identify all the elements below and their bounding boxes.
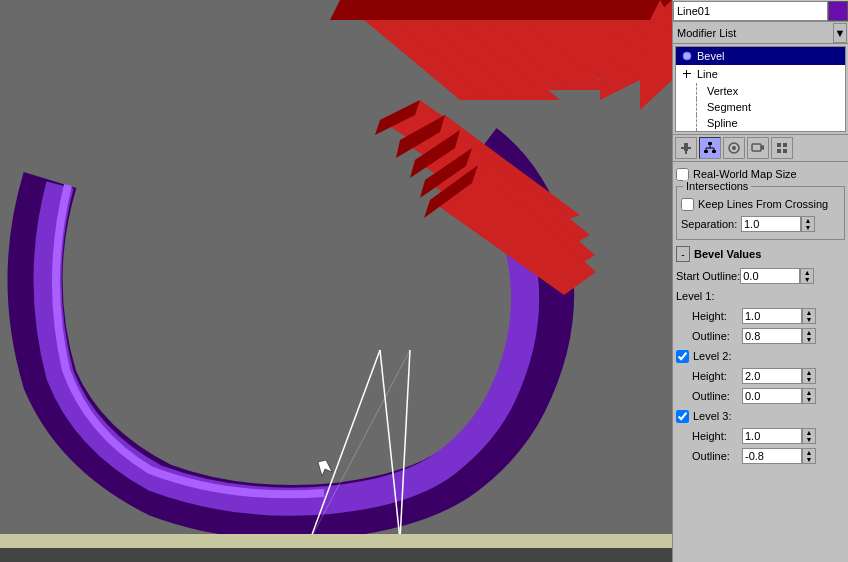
level2-outline-input-group: ▲ ▼	[742, 388, 816, 404]
level1-height-row: Height: ▲ ▼	[676, 307, 845, 325]
stack-item-spline[interactable]: Spline	[676, 115, 845, 131]
level3-height-up[interactable]: ▲	[803, 429, 815, 436]
level1-height-input-group: ▲ ▼	[742, 308, 816, 324]
level2-checkbox[interactable]	[676, 350, 689, 363]
level1-label: Level 1:	[676, 290, 734, 302]
stack-item-bevel-label: Bevel	[697, 50, 725, 62]
level3-outline-input-group: ▲ ▼	[742, 448, 816, 464]
level2-outline-label: Outline:	[692, 390, 742, 402]
level1-row: Level 1:	[676, 287, 845, 305]
stack-item-bevel[interactable]: Bevel	[676, 47, 845, 65]
separation-spinner-up[interactable]: ▲	[802, 217, 814, 224]
stack-item-line[interactable]: Line	[676, 65, 845, 83]
separation-spinner-down[interactable]: ▼	[802, 224, 814, 231]
svg-marker-27	[600, 0, 660, 20]
level2-outline-row: Outline: ▲ ▼	[676, 387, 845, 405]
level1-outline-input-group: ▲ ▼	[742, 328, 816, 344]
level3-checkbox[interactable]	[676, 410, 689, 423]
line-expand-icon	[680, 67, 694, 81]
level2-outline-input[interactable]	[742, 388, 802, 404]
svg-rect-62	[783, 149, 787, 153]
intersections-group: Intersections Keep Lines From Crossing S…	[676, 186, 845, 240]
start-outline-spinner-up[interactable]: ▲	[801, 269, 813, 276]
svg-point-57	[732, 146, 736, 150]
level2-height-label: Height:	[692, 370, 742, 382]
level1-outline-up[interactable]: ▲	[803, 329, 815, 336]
level3-height-input[interactable]	[742, 428, 802, 444]
level3-outline-spinner[interactable]: ▲ ▼	[802, 448, 816, 464]
level2-outline-spinner[interactable]: ▲ ▼	[802, 388, 816, 404]
object-name-input[interactable]	[673, 1, 828, 21]
object-name-bar	[673, 0, 848, 22]
level3-height-spinner[interactable]: ▲ ▼	[802, 428, 816, 444]
svg-rect-45	[686, 70, 687, 78]
level2-outline-down[interactable]: ▼	[803, 396, 815, 403]
real-world-map-label: Real-World Map Size	[693, 168, 845, 180]
modifier-stack: Bevel Line Vertex Segment Sp	[675, 46, 846, 132]
level3-outline-down[interactable]: ▼	[803, 456, 815, 463]
svg-rect-60	[783, 143, 787, 147]
svg-point-43	[683, 52, 691, 60]
separation-input[interactable]	[741, 216, 801, 232]
bevel-collapse-button[interactable]: -	[676, 246, 690, 262]
stack-item-vertex-label: Vertex	[707, 85, 738, 97]
separation-spinner[interactable]: ▲ ▼	[801, 216, 815, 232]
keep-lines-label: Keep Lines From Crossing	[698, 198, 840, 210]
stack-item-segment[interactable]: Segment	[676, 99, 845, 115]
level2-height-input-group: ▲ ▼	[742, 368, 816, 384]
keep-lines-row: Keep Lines From Crossing	[681, 195, 840, 213]
level2-height-spinner[interactable]: ▲ ▼	[802, 368, 816, 384]
level2-height-row: Height: ▲ ▼	[676, 367, 845, 385]
level1-height-up[interactable]: ▲	[803, 309, 815, 316]
level2-row: Level 2:	[676, 347, 845, 365]
object-color-box[interactable]	[828, 1, 848, 21]
level2-height-up[interactable]: ▲	[803, 369, 815, 376]
level1-outline-input[interactable]	[742, 328, 802, 344]
level1-height-spinner[interactable]: ▲ ▼	[802, 308, 816, 324]
level1-outline-label: Outline:	[692, 330, 742, 342]
viewport[interactable]	[0, 0, 672, 548]
level3-outline-up[interactable]: ▲	[803, 449, 815, 456]
level2-outline-up[interactable]: ▲	[803, 389, 815, 396]
level3-row: Level 3:	[676, 407, 845, 425]
modifier-list-dropdown[interactable]: ▼	[833, 23, 847, 43]
start-outline-input[interactable]	[740, 268, 800, 284]
level1-height-input[interactable]	[742, 308, 802, 324]
svg-rect-50	[704, 150, 708, 153]
viewport-status-bar	[0, 534, 672, 548]
level3-height-row: Height: ▲ ▼	[676, 427, 845, 445]
right-panel: Modifier List ▼ Bevel Line	[672, 0, 848, 562]
motion-icon[interactable]	[723, 137, 745, 159]
level3-outline-input[interactable]	[742, 448, 802, 464]
start-outline-spinner[interactable]: ▲ ▼	[800, 268, 814, 284]
display-icon[interactable]	[747, 137, 769, 159]
svg-rect-47	[684, 143, 688, 151]
stack-item-vertex[interactable]: Vertex	[676, 83, 845, 99]
level1-height-label: Height:	[692, 310, 742, 322]
level1-outline-down[interactable]: ▼	[803, 336, 815, 343]
pin-modifier-icon[interactable]	[675, 137, 697, 159]
icon-toolbar	[673, 134, 848, 162]
separation-label: Separation:	[681, 218, 741, 230]
start-outline-row: Start Outline: ▲ ▼	[676, 267, 845, 285]
svg-rect-48	[685, 151, 687, 154]
dropdown-arrow-icon: ▼	[835, 27, 846, 39]
svg-rect-61	[777, 149, 781, 153]
utilities-icon[interactable]	[771, 137, 793, 159]
properties-section: Real-World Map Size Intersections Keep L…	[673, 162, 848, 562]
level1-outline-row: Outline: ▲ ▼	[676, 327, 845, 345]
modifier-list-label: Modifier List	[673, 27, 833, 39]
level1-outline-spinner[interactable]: ▲ ▼	[802, 328, 816, 344]
real-world-map-checkbox[interactable]	[676, 168, 689, 181]
level3-outline-row: Outline: ▲ ▼	[676, 447, 845, 465]
keep-lines-checkbox[interactable]	[681, 198, 694, 211]
level1-height-down[interactable]: ▼	[803, 316, 815, 323]
start-outline-spinner-down[interactable]: ▼	[801, 276, 813, 283]
intersections-title: Intersections	[683, 180, 751, 192]
svg-rect-49	[708, 142, 712, 145]
svg-rect-58	[752, 144, 761, 151]
hierarchy-icon[interactable]	[699, 137, 721, 159]
level3-height-down[interactable]: ▼	[803, 436, 815, 443]
level2-height-input[interactable]	[742, 368, 802, 384]
level2-height-down[interactable]: ▼	[803, 376, 815, 383]
